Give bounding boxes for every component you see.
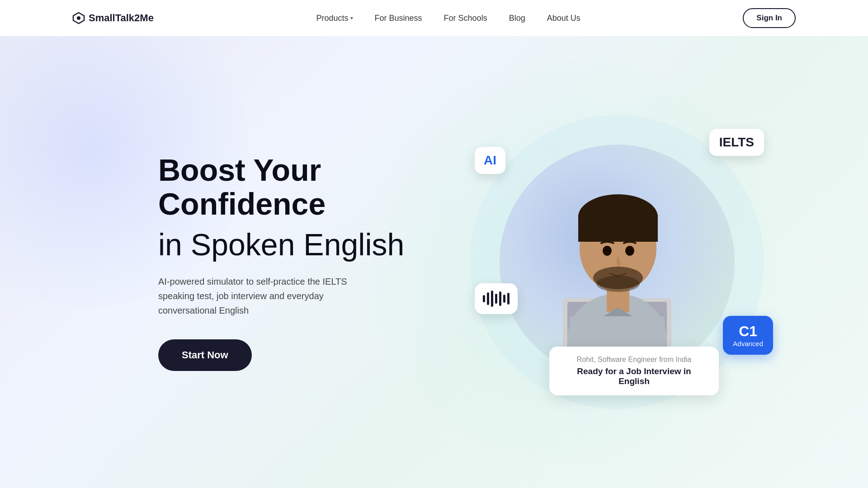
badge-c1-level: C1 [733, 323, 763, 340]
nav-blog[interactable]: Blog [509, 14, 525, 23]
hero-description: AI-powered simulator to self-practice th… [158, 274, 384, 318]
bar-2 [487, 292, 489, 305]
logo[interactable]: SmallTalk2Me [72, 12, 154, 24]
hero-section: Boost Your Confidence in Spoken English … [0, 36, 868, 488]
badge-ielts: IELTS [709, 129, 764, 156]
sign-in-button[interactable]: Sign In [743, 8, 796, 28]
logo-text: SmallTalk2Me [89, 12, 154, 24]
bar-3 [491, 291, 493, 307]
nav: Products ▾ For Business For Schools Blog… [316, 14, 580, 23]
hero-headline-light: in Spoken English [158, 228, 429, 262]
info-card: Rohit, Software Engineer from India Read… [549, 347, 719, 395]
svg-point-1 [77, 16, 80, 20]
svg-point-15 [596, 276, 640, 292]
chevron-down-icon: ▾ [350, 15, 353, 21]
nav-for-business[interactable]: For Business [375, 14, 422, 23]
hero-headline-bold: Boost Your Confidence [158, 153, 429, 221]
nav-products[interactable]: Products ▾ [316, 14, 353, 23]
badge-c1: C1 Advanced [723, 316, 773, 355]
bar-4 [495, 294, 497, 304]
bar-1 [483, 295, 485, 302]
person-figure [500, 145, 735, 380]
audio-bars [483, 291, 509, 307]
svg-rect-9 [578, 215, 658, 242]
info-card-title: Ready for a Job Interview in English [562, 366, 706, 386]
start-now-button[interactable]: Start Now [158, 339, 252, 371]
hero-left-content: Boost Your Confidence in Spoken English … [158, 153, 429, 371]
header: SmallTalk2Me Products ▾ For Business For… [0, 0, 868, 36]
badge-ai: AI [475, 147, 505, 174]
svg-point-13 [625, 246, 634, 256]
bar-5 [499, 291, 501, 306]
logo-icon [72, 12, 85, 24]
circle-bg-inner [500, 145, 735, 380]
bar-6 [503, 295, 505, 303]
bar-7 [507, 293, 509, 305]
svg-point-12 [603, 246, 612, 256]
hero-right-visual: AI IELTS C1 Advanced Rohit, Softwar [448, 93, 787, 432]
nav-for-schools[interactable]: For Schools [444, 14, 487, 23]
badge-mic [475, 283, 518, 314]
badge-c1-label: Advanced [733, 340, 763, 347]
nav-about-us[interactable]: About Us [547, 14, 580, 23]
info-card-name: Rohit, Software Engineer from India [562, 356, 706, 364]
